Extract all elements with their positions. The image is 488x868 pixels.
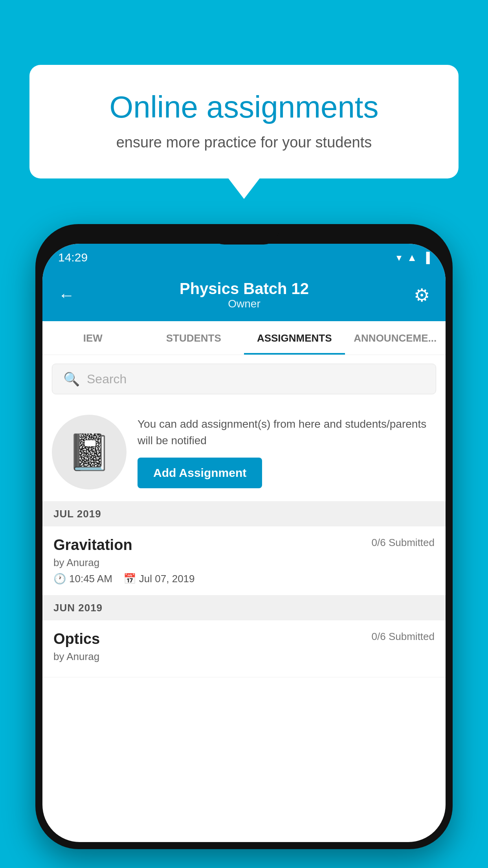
battery-icon: ▐ xyxy=(423,252,430,264)
assignment-by-gravitation: by Anurag xyxy=(53,557,435,569)
assignment-top-row-optics: Optics 0/6 Submitted xyxy=(53,631,435,647)
search-container: 🔍 Search xyxy=(42,355,446,403)
assignment-name-gravitation: Gravitation xyxy=(53,537,132,554)
settings-icon[interactable]: ⚙ xyxy=(414,285,430,306)
phone-notch xyxy=(209,224,279,245)
speech-bubble: Online assignments ensure more practice … xyxy=(29,65,459,178)
assignment-submitted-gravitation: 0/6 Submitted xyxy=(372,537,435,549)
search-bar[interactable]: 🔍 Search xyxy=(52,364,436,394)
speech-bubble-subtitle: ensure more practice for your students xyxy=(61,134,427,151)
phone-frame: 14:29 ▾ ▲ ▐ ← Physics Batch 12 Owner ⚙ I… xyxy=(35,224,453,849)
status-icons: ▾ ▲ ▐ xyxy=(396,252,430,264)
assignment-time-value: 10:45 AM xyxy=(69,573,112,585)
promo-section: 📓 You can add assignment(s) from here an… xyxy=(42,403,446,502)
tab-iew[interactable]: IEW xyxy=(42,321,143,355)
assignment-item-gravitation[interactable]: Gravitation 0/6 Submitted by Anurag 🕐 10… xyxy=(42,526,446,596)
add-assignment-button[interactable]: Add Assignment xyxy=(138,458,262,488)
search-icon: 🔍 xyxy=(63,371,80,387)
status-time: 14:29 xyxy=(58,251,88,264)
assignment-by-optics: by Anurag xyxy=(53,651,435,663)
promo-icon-circle: 📓 xyxy=(52,415,127,489)
calendar-icon: 📅 xyxy=(123,573,136,585)
signal-icon: ▲ xyxy=(407,252,417,264)
tab-assignments[interactable]: ASSIGNMENTS xyxy=(244,321,345,355)
notebook-icon: 📓 xyxy=(67,432,111,473)
wifi-icon: ▾ xyxy=(396,252,402,264)
assignment-name-optics: Optics xyxy=(53,631,100,647)
tab-announcements[interactable]: ANNOUNCEME... xyxy=(345,321,446,355)
speech-bubble-title: Online assignments xyxy=(61,90,427,124)
assignment-time: 🕐 10:45 AM xyxy=(53,573,112,585)
header-subtitle: Owner xyxy=(75,298,414,310)
tab-students[interactable]: STUDENTS xyxy=(143,321,244,355)
clock-icon: 🕐 xyxy=(53,573,66,585)
tabs-bar: IEW STUDENTS ASSIGNMENTS ANNOUNCEME... xyxy=(42,321,446,355)
header-title: Physics Batch 12 xyxy=(75,280,414,298)
assignment-date-value: Jul 07, 2019 xyxy=(139,573,195,585)
assignment-submitted-optics: 0/6 Submitted xyxy=(372,631,435,643)
app-header: ← Physics Batch 12 Owner ⚙ xyxy=(42,271,446,321)
assignment-top-row: Gravitation 0/6 Submitted xyxy=(53,537,435,554)
promo-text: You can add assignment(s) from here and … xyxy=(138,416,436,449)
phone-screen: 14:29 ▾ ▲ ▐ ← Physics Batch 12 Owner ⚙ I… xyxy=(42,244,446,842)
promo-content: You can add assignment(s) from here and … xyxy=(138,416,436,488)
assignment-item-optics[interactable]: Optics 0/6 Submitted by Anurag xyxy=(42,620,446,677)
section-header-jul: JUL 2019 xyxy=(42,502,446,526)
speech-bubble-container: Online assignments ensure more practice … xyxy=(29,65,459,178)
section-header-jun: JUN 2019 xyxy=(42,596,446,620)
search-placeholder: Search xyxy=(87,372,127,386)
back-button[interactable]: ← xyxy=(58,286,75,305)
status-bar: 14:29 ▾ ▲ ▐ xyxy=(42,244,446,271)
assignment-date: 📅 Jul 07, 2019 xyxy=(123,573,195,585)
header-center: Physics Batch 12 Owner xyxy=(75,280,414,310)
assignment-meta-gravitation: 🕐 10:45 AM 📅 Jul 07, 2019 xyxy=(53,573,435,585)
